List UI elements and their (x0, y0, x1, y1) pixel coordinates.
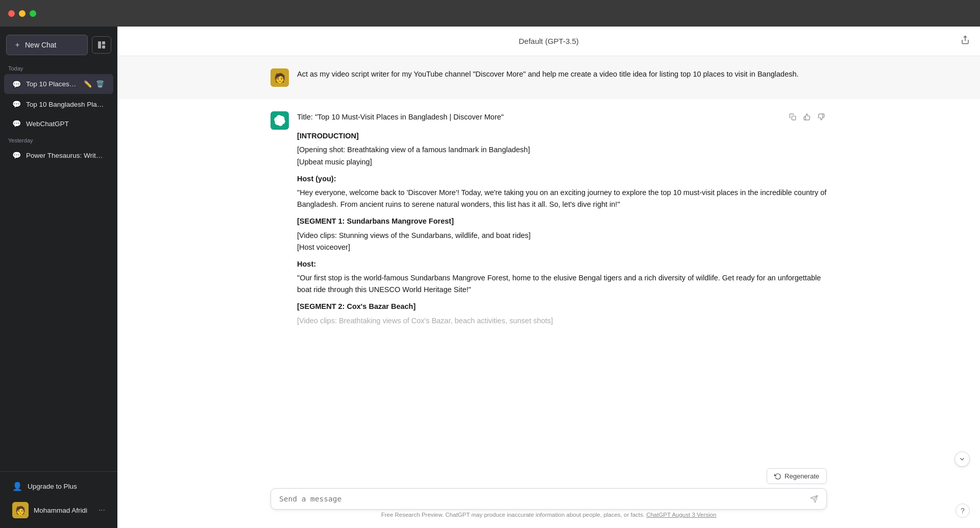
user-message-content: Act as my video script writer for my You… (297, 68, 827, 84)
plus-icon: ＋ (14, 40, 21, 50)
assistant-message-actions (787, 111, 827, 124)
chat-item-3[interactable]: 💬 WebChatGPT (4, 114, 113, 133)
copy-button[interactable] (787, 111, 798, 124)
section-segment2-header: [SEGMENT 2: Cox's Bazar Beach] (297, 301, 827, 313)
upgrade-to-plus[interactable]: 👤 Upgrade to Plus (4, 476, 113, 496)
section-host-segment1-line-1: "Our first stop is the world-famous Sund… (297, 272, 827, 296)
share-button[interactable] (961, 35, 970, 47)
svg-rect-0 (98, 41, 101, 49)
regenerate-label: Regenerate (785, 472, 819, 480)
section-host-line-1: "Hey everyone, welcome back to 'Discover… (297, 187, 827, 210)
titlebar (0, 0, 980, 27)
scroll-down-button[interactable] (954, 451, 970, 467)
footer-text: Free Research Preview. ChatGPT may produ… (381, 512, 645, 518)
user-message-avatar: 🧑 (271, 68, 289, 87)
sidebar-bottom: 👤 Upgrade to Plus 🧑 Mohammad Afridi ··· (0, 471, 117, 524)
chat-item-1[interactable]: 💬 Top 10 Places in Bang... ✏️ 🗑️ (4, 74, 113, 94)
svg-text:🧑: 🧑 (274, 73, 286, 84)
upgrade-label: Upgrade to Plus (28, 483, 77, 490)
thumbs-up-icon (803, 113, 811, 121)
message-input[interactable] (279, 495, 804, 503)
svg-rect-2 (102, 45, 105, 49)
assistant-message-content: Title: "Top 10 Must-Visit Places in Bang… (297, 111, 827, 332)
user-message-text: Act as my video script writer for my You… (297, 68, 827, 80)
layout-icon (97, 41, 106, 49)
assistant-title: Title: "Top 10 Must-Visit Places in Bang… (297, 111, 827, 123)
maximize-button[interactable] (30, 10, 36, 17)
section-segment1: [SEGMENT 1: Sundarbans Mangrove Forest] … (297, 215, 827, 253)
chat-item-text-3: WebChatGPT (26, 120, 105, 128)
avatar-image: 🧑 (12, 502, 29, 518)
thumbs-down-button[interactable] (816, 111, 827, 124)
svg-rect-7 (792, 116, 796, 120)
avatar: 🧑 (12, 502, 29, 518)
chat-icon-1: 💬 (12, 80, 21, 88)
regenerate-icon (774, 473, 781, 480)
sidebar: ＋ New Chat Today 💬 Top 10 Places in Bang… (0, 27, 117, 528)
copy-icon (789, 113, 796, 121)
regenerate-button[interactable]: Regenerate (767, 468, 827, 484)
input-area: Regenerate Free Research Preview. ChatGP… (117, 460, 980, 528)
chatgpt-logo-icon (274, 115, 285, 126)
section-segment1-header: [SEGMENT 1: Sundarbans Mangrove Forest] (297, 215, 827, 227)
regenerate-container: Regenerate (271, 468, 827, 484)
share-icon (961, 35, 970, 44)
chat-item-text-2: Top 10 Bangladesh Places (26, 101, 105, 108)
svg-text:🧑: 🧑 (15, 506, 26, 515)
chat-item-1-edit[interactable]: ✏️ (83, 79, 93, 89)
user-profile[interactable]: 🧑 Mohammad Afridi ··· (4, 497, 113, 523)
sidebar-top: ＋ New Chat (0, 31, 117, 59)
section-host-segment1: Host: "Our first stop is the world-famou… (297, 258, 827, 296)
chat-item-1-delete[interactable]: 🗑️ (95, 79, 105, 89)
footer-disclaimer: Free Research Preview. ChatGPT may produ… (271, 510, 827, 524)
section-intro-header: [INTRODUCTION] (297, 130, 827, 142)
new-chat-label: New Chat (25, 41, 56, 49)
section-intro-line-1: [Opening shot: Breathtaking view of a fa… (297, 144, 827, 156)
user-avatar-icon: 🧑 (271, 68, 289, 87)
section-host-intro: Host (you): "Hey everyone, welcome back … (297, 173, 827, 211)
send-button[interactable] (810, 495, 818, 503)
messages-container: 🧑 Act as my video script writer for my Y… (117, 56, 980, 460)
thumbs-up-button[interactable] (801, 111, 813, 124)
minimize-button[interactable] (19, 10, 26, 17)
chat-header: Default (GPT-3.5) (117, 27, 980, 56)
chat-icon-4: 💬 (12, 151, 21, 159)
chat-icon-3: 💬 (12, 119, 21, 128)
chat-item-text-4: Power Thesaurus: Writer's Eas... (26, 152, 105, 159)
section-yesterday-label: Yesterday (0, 133, 117, 146)
message-input-container (271, 488, 827, 510)
section-intro: [INTRODUCTION] [Opening shot: Breathtaki… (297, 130, 827, 168)
app-container: ＋ New Chat Today 💬 Top 10 Places in Bang… (0, 27, 980, 528)
thumbs-down-icon (818, 113, 825, 121)
close-button[interactable] (8, 10, 15, 17)
section-intro-line-2: [Upbeat music playing] (297, 156, 827, 168)
section-host-segment1-header: Host: (297, 258, 827, 270)
main-chat: Default (GPT-3.5) 🧑 (117, 27, 980, 528)
user-more-button[interactable]: ··· (99, 506, 105, 515)
chat-item-1-actions: ✏️ 🗑️ (83, 79, 105, 89)
section-segment2-line-1: [Video clips: Breathtaking views of Cox'… (297, 315, 827, 327)
section-host-header: Host (you): (297, 173, 827, 185)
message-assistant-1: Title: "Top 10 Must-Visit Places in Bang… (117, 99, 980, 344)
sidebar-layout-button[interactable] (92, 36, 111, 54)
chevron-down-icon (959, 455, 966, 463)
user-name: Mohammad Afridi (34, 507, 87, 514)
upgrade-icon: 👤 (12, 482, 22, 491)
section-segment1-line-1: [Video clips: Stunning views of the Sund… (297, 230, 827, 242)
main-wrapper: Default (GPT-3.5) 🧑 (117, 27, 980, 528)
chat-item-2[interactable]: 💬 Top 10 Bangladesh Places (4, 95, 113, 113)
chat-item-text-1: Top 10 Places in Bang... (26, 80, 78, 88)
assistant-message-avatar (271, 111, 289, 130)
help-button[interactable]: ? (955, 503, 970, 518)
chat-header-title: Default (GPT-3.5) (519, 37, 579, 45)
footer-link[interactable]: ChatGPT August 3 Version (646, 512, 716, 518)
section-segment2: [SEGMENT 2: Cox's Bazar Beach] [Video cl… (297, 301, 827, 326)
chat-item-4[interactable]: 💬 Power Thesaurus: Writer's Eas... (4, 146, 113, 164)
section-today-label: Today (0, 61, 117, 74)
send-icon (810, 495, 818, 503)
chat-icon-2: 💬 (12, 100, 21, 108)
section-segment1-line-2: [Host voiceover] (297, 242, 827, 253)
new-chat-button[interactable]: ＋ New Chat (6, 35, 88, 55)
message-user-1: 🧑 Act as my video script writer for my Y… (117, 56, 980, 99)
svg-rect-1 (102, 41, 105, 44)
